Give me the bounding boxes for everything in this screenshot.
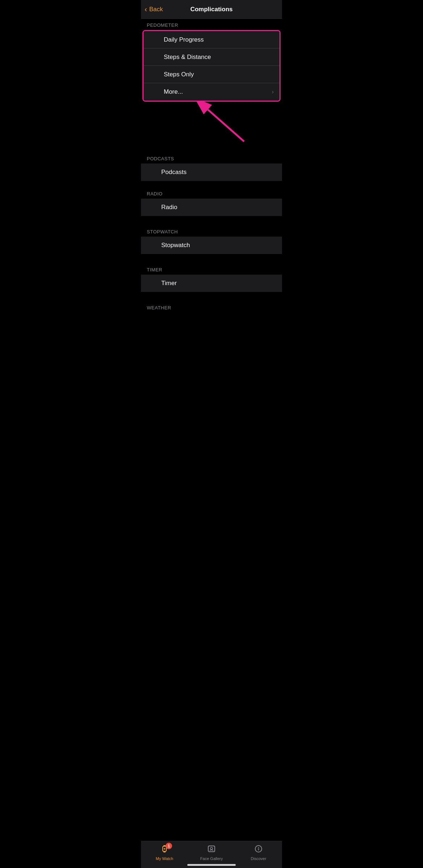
section-podcasts: PODCASTS Podcasts [141,149,282,181]
chevron-right-icon: › [272,89,274,95]
svg-marker-10 [258,849,259,851]
item-label: Daily Progress [164,36,204,43]
page-title: Complications [190,6,232,13]
section-header-pedometer: PEDOMETER [141,19,282,30]
svg-rect-4 [163,851,166,852]
tab-face-gallery[interactable]: Face Gallery [197,844,226,861]
item-label: Stopwatch [161,242,190,249]
annotation-arrow-area [141,102,282,149]
home-indicator [187,864,236,866]
pedometer-list: Daily Progress Steps & Distance Steps On… [144,31,279,101]
back-chevron-icon: ‹ [145,5,147,13]
section-pedometer: PEDOMETER Daily Progress Steps & Distanc… [141,19,282,102]
tab-discover[interactable]: Discover [244,844,273,861]
svg-point-7 [210,847,213,850]
list-item-podcasts[interactable]: Podcasts [141,164,282,181]
section-stopwatch: STOPWATCH Stopwatch [141,222,282,254]
item-label: Timer [161,280,177,287]
item-label: More... [164,88,183,96]
list-item-steps-distance[interactable]: Steps & Distance [144,48,279,66]
tab-label-discover: Discover [251,856,266,861]
section-weather: WEATHER [141,298,282,313]
section-header-timer: TIMER [141,260,282,275]
tab-face-gallery-icon-wrap [207,844,216,855]
section-radio: RADIO Radio [141,184,282,216]
svg-point-8 [255,846,262,852]
discover-icon [254,844,263,855]
svg-line-1 [208,110,244,141]
tab-badge-my-watch: 1 [166,843,172,849]
svg-rect-6 [208,846,215,852]
list-item-daily-progress[interactable]: Daily Progress [144,31,279,48]
item-label: Radio [161,204,177,211]
section-timer: TIMER Timer [141,260,282,292]
face-gallery-icon [207,844,216,855]
timer-list: Timer [141,275,282,292]
svg-point-5 [164,848,165,850]
back-button[interactable]: ‹ Back [145,5,163,13]
item-label: Podcasts [161,169,187,176]
section-header-weather: WEATHER [141,298,282,313]
navigation-header: ‹ Back Complications [141,0,282,19]
section-header-stopwatch: STOPWATCH [141,222,282,237]
list-item-radio[interactable]: Radio [141,199,282,216]
back-label: Back [149,6,163,13]
tab-my-watch-icon-wrap: 1 [160,844,169,855]
tab-my-watch[interactable]: 1 My Watch [150,844,179,861]
tab-discover-icon-wrap [254,844,263,855]
podcasts-list: Podcasts [141,164,282,181]
list-item-stopwatch[interactable]: Stopwatch [141,237,282,254]
list-item-timer[interactable]: Timer [141,275,282,292]
section-header-podcasts: PODCASTS [141,149,282,164]
item-label: Steps Only [164,71,194,78]
stopwatch-list: Stopwatch [141,237,282,254]
content-area: PEDOMETER Daily Progress Steps & Distanc… [141,19,282,345]
item-label: Steps & Distance [164,54,211,61]
annotation-arrow-svg [141,102,282,149]
list-item-steps-only[interactable]: Steps Only [144,66,279,83]
pedometer-highlight-box: Daily Progress Steps & Distance Steps On… [142,30,281,102]
section-header-radio: RADIO [141,184,282,199]
tab-label-face-gallery: Face Gallery [200,856,223,861]
svg-marker-9 [258,847,259,848]
list-item-more[interactable]: More... › [144,83,279,101]
tab-label-my-watch: My Watch [156,856,174,861]
radio-list: Radio [141,199,282,216]
